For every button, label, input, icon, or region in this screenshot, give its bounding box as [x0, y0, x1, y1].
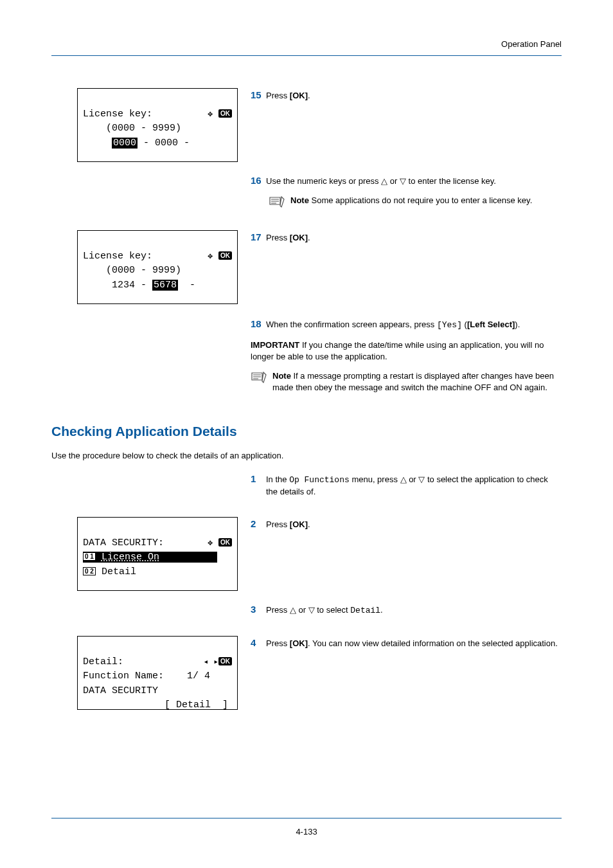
note-icon	[251, 371, 267, 385]
header-rule	[51, 55, 562, 56]
row-step2-2: DATA SECURITY:✥ OK 0 1 License On 0 2 De…	[51, 517, 562, 591]
num-badge-02: 0 2	[83, 567, 96, 575]
text: or	[387, 176, 400, 186]
row-step-15: License key:✥ OK (0000 - 9999) 0000 - 00…	[51, 88, 562, 162]
text: ).	[515, 320, 520, 329]
lcd3-title: DATA SECURITY:	[83, 538, 164, 548]
row-step2-3: 3 Press or to select Detail.	[51, 602, 562, 624]
lcd3-opt2: Detail	[102, 566, 136, 577]
ok-label: [OK]	[290, 638, 308, 648]
text: (	[462, 320, 467, 329]
footer-rule	[51, 818, 562, 818]
nav-ok-icon: ✥ OK	[208, 249, 232, 264]
nav-ok-icon: ✥ OK	[208, 107, 232, 122]
step-num: 15	[251, 88, 266, 102]
text: menu, press	[350, 475, 400, 484]
step-16: 16 Use the numeric keys or press or to e…	[251, 174, 562, 187]
text: Press	[266, 91, 290, 100]
text: to select	[315, 605, 351, 615]
step-15: 15 Press [OK].	[251, 88, 562, 102]
section-intro: Use the procedure below to check the det…	[51, 450, 562, 462]
step-num: 17	[251, 230, 266, 244]
triangle-down-icon	[308, 605, 315, 615]
lcd1-rest: - 0000 -	[138, 138, 190, 149]
page-number: 4-133	[51, 826, 562, 838]
row-step-16: 16 Use the numeric keys or press or to e…	[51, 174, 562, 219]
note-text: Some applications do not require you to …	[309, 195, 532, 205]
detail-mono: Detail	[350, 606, 380, 615]
row-step-17: License key:✥ OK (0000 - 9999) 1234 - 56…	[51, 230, 562, 304]
text: In the	[266, 475, 289, 484]
note-license-key: Note Some applications do not require yo…	[269, 195, 562, 210]
text: Press	[266, 520, 290, 529]
lcd4-softkey: [ Detail ]	[164, 700, 228, 710]
lcd-panel-license-key-1: License key:✥ OK (0000 - 9999) 0000 - 00…	[77, 88, 238, 162]
step-num: 3	[251, 602, 266, 616]
text: . You can now view detailed information …	[308, 638, 558, 648]
triangle-down-icon	[400, 176, 406, 186]
running-head: Operation Panel	[51, 39, 562, 50]
row-step-18: 18 When the confirmation screen appears,…	[51, 317, 562, 402]
text: or	[407, 475, 419, 484]
lcd-panel-data-security: DATA SECURITY:✥ OK 0 1 License On 0 2 De…	[77, 517, 238, 591]
lcd2-pre: 1234 -	[112, 280, 152, 291]
text: Press	[266, 233, 290, 242]
lcd3-opt1: License On	[102, 552, 159, 563]
triangle-down-icon	[418, 475, 425, 484]
ok-label: [OK]	[290, 91, 308, 100]
lcd1-seg-highlight: 0000	[112, 138, 138, 149]
lcd2-post: -	[178, 280, 195, 291]
text: to enter the license key.	[406, 176, 496, 186]
lcd2-title: License key:	[83, 251, 152, 262]
lcd3-opt1-row: 0 1 License On	[83, 552, 217, 563]
step2-3: 3 Press or to select Detail.	[251, 602, 562, 617]
lcd2-seg-highlight: 5678	[152, 280, 178, 291]
step-18: 18 When the confirmation screen appears,…	[251, 317, 562, 331]
step-num: 2	[251, 517, 266, 530]
lcd1-title: License key:	[83, 109, 152, 120]
text: .	[380, 605, 383, 615]
lcd4-line3: DATA SECURITY	[83, 685, 158, 696]
step-num: 1	[251, 472, 266, 485]
text: .	[308, 91, 310, 100]
step-num: 4	[251, 636, 266, 649]
lcd4-line2a: Function Name:	[83, 671, 164, 682]
text: Press	[266, 638, 290, 648]
triangle-up-icon	[381, 176, 387, 186]
lcd4-line2b: 1/ 4	[187, 671, 210, 682]
ok-label: [OK]	[290, 233, 308, 242]
important-label: IMPORTANT	[251, 340, 299, 350]
step2-1: 1 In the Op Functions menu, press or to …	[251, 472, 562, 498]
lcd-panel-detail: Detail:◂ ▸OK Function Name: 1/ 4 DATA SE…	[77, 636, 238, 710]
row-step2-1: 1 In the Op Functions menu, press or to …	[51, 472, 562, 505]
step-num: 16	[251, 174, 266, 187]
triangle-up-icon	[290, 605, 296, 615]
note-icon	[269, 195, 285, 210]
text: When the confirmation screen appears, pr…	[266, 320, 437, 329]
text: Press	[266, 605, 290, 615]
note-label: Note	[272, 371, 291, 381]
text: .	[308, 233, 310, 242]
yes-mono: [Yes]	[437, 320, 462, 330]
left-select-label: [Left Select]	[467, 320, 515, 329]
step2-4: 4 Press [OK]. You can now view detailed …	[251, 636, 562, 649]
op-functions-mono: Op Functions	[289, 475, 350, 485]
text: .	[308, 520, 310, 529]
lcd1-range: (0000 - 9999)	[106, 123, 181, 134]
note-text: If a message prompting a restart is disp…	[272, 371, 554, 392]
step2-2: 2 Press [OK].	[251, 517, 562, 530]
text: or	[296, 605, 308, 615]
lcd4-title: Detail:	[83, 656, 123, 667]
step-num: 18	[251, 317, 266, 330]
important-block: IMPORTANT If you change the date/time wh…	[251, 339, 562, 363]
ok-label: [OK]	[290, 520, 308, 529]
text: Use the numeric keys or press	[266, 176, 381, 186]
section-title: Checking Application Details	[51, 422, 562, 440]
row-step2-4: Detail:◂ ▸OK Function Name: 1/ 4 DATA SE…	[51, 636, 562, 710]
triangle-up-icon	[400, 475, 407, 484]
step-17: 17 Press [OK].	[251, 230, 562, 244]
note-label: Note	[290, 195, 309, 205]
lcd-panel-license-key-2: License key:✥ OK (0000 - 9999) 1234 - 56…	[77, 230, 238, 304]
lcd2-range: (0000 - 9999)	[106, 265, 181, 276]
nav-ok-icon: ✥ OK	[208, 536, 232, 551]
